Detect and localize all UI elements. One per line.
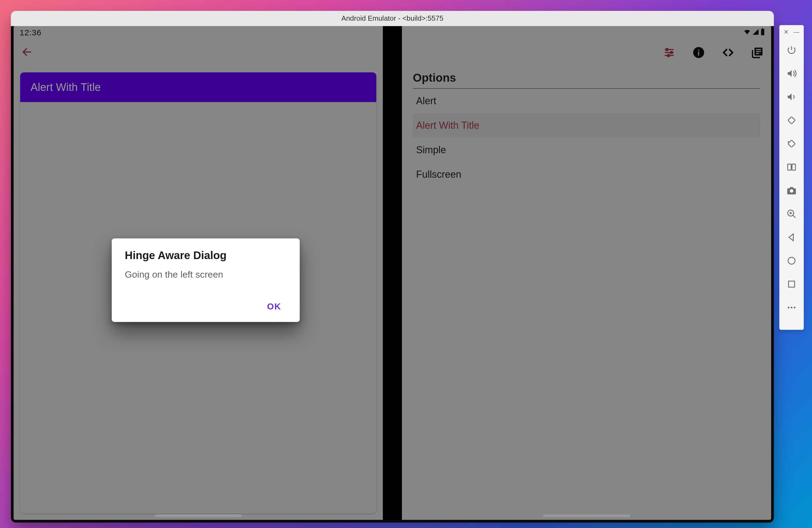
- svg-rect-1: [761, 29, 764, 35]
- volume-down-icon[interactable]: [780, 85, 803, 109]
- camera-icon[interactable]: [780, 179, 803, 202]
- left-card-title: Alert With Title: [30, 81, 101, 93]
- dialog-body: Going on the left screen: [125, 269, 287, 280]
- signal-icon: [752, 28, 759, 37]
- foldable-device: 12:36 Alert With Title: [14, 26, 771, 520]
- svg-rect-10: [698, 51, 699, 56]
- rotate-left-icon[interactable]: [780, 109, 803, 132]
- emulator-minimize-icon[interactable]: —: [794, 29, 799, 36]
- volume-up-icon[interactable]: [780, 62, 803, 85]
- svg-point-29: [791, 307, 792, 308]
- nav-overview-icon[interactable]: [780, 272, 803, 296]
- wifi-icon: [743, 28, 751, 37]
- svg-rect-2: [762, 28, 764, 29]
- emulator-title: Android Emulator - <build>:5575: [342, 14, 443, 22]
- emulator-sidebar: ✕ —: [779, 25, 804, 330]
- option-item[interactable]: Fullscreen: [413, 162, 760, 187]
- library-icon[interactable]: [752, 47, 764, 59]
- options-section: Options AlertAlert With TitleSimpleFulls…: [402, 66, 771, 187]
- info-icon[interactable]: [693, 47, 705, 59]
- svg-marker-25: [789, 234, 794, 241]
- emulator-close-icon[interactable]: ✕: [784, 29, 788, 36]
- svg-rect-13: [756, 49, 761, 50]
- option-item[interactable]: Simple: [413, 138, 760, 162]
- emulator-window: Android Emulator - <build>:5575 12:36: [11, 11, 774, 523]
- svg-rect-14: [756, 51, 761, 52]
- dialog-title: Hinge Aware Dialog: [125, 249, 287, 261]
- left-toolbar: [14, 39, 383, 66]
- svg-point-20: [790, 189, 794, 193]
- nav-handle-left[interactable]: [155, 514, 242, 517]
- svg-point-28: [788, 307, 789, 308]
- svg-line-22: [793, 215, 796, 218]
- dialog-ok-button[interactable]: OK: [262, 299, 287, 314]
- option-item[interactable]: Alert: [413, 89, 760, 113]
- rotate-right-icon[interactable]: [780, 132, 803, 155]
- nav-home-icon[interactable]: [780, 249, 803, 272]
- status-time: 12:36: [20, 28, 41, 37]
- svg-point-26: [788, 257, 795, 264]
- status-bar-right: [402, 26, 771, 39]
- fold-icon[interactable]: [780, 155, 803, 179]
- battery-icon: [760, 28, 765, 37]
- power-icon[interactable]: [780, 39, 803, 62]
- nav-back-icon[interactable]: [780, 226, 803, 249]
- svg-rect-6: [666, 48, 668, 50]
- more-icon[interactable]: [780, 296, 803, 319]
- svg-rect-19: [792, 164, 796, 170]
- svg-rect-18: [788, 164, 791, 170]
- right-toolbar: [402, 39, 771, 66]
- svg-rect-11: [698, 49, 699, 51]
- svg-rect-8: [668, 55, 669, 56]
- left-card-header: Alert With Title: [20, 72, 376, 102]
- emulator-titlebar[interactable]: Android Emulator - <build>:5575: [11, 11, 774, 26]
- alert-dialog: Hinge Aware Dialog Going on the left scr…: [112, 238, 300, 322]
- code-icon[interactable]: [722, 47, 734, 59]
- svg-rect-16: [788, 117, 795, 124]
- svg-rect-27: [788, 281, 795, 287]
- nav-handle-right[interactable]: [543, 514, 630, 517]
- back-arrow-icon[interactable]: [21, 46, 33, 59]
- device-hinge: [383, 26, 402, 520]
- svg-point-30: [794, 307, 795, 308]
- svg-rect-7: [671, 51, 672, 53]
- option-item[interactable]: Alert With Title: [413, 113, 760, 138]
- right-screen: Options AlertAlert With TitleSimpleFulls…: [402, 26, 771, 520]
- status-bar-left: 12:36: [14, 26, 383, 39]
- tune-icon[interactable]: [663, 47, 675, 59]
- zoom-icon[interactable]: [780, 202, 803, 226]
- svg-rect-15: [756, 53, 759, 54]
- options-title: Options: [413, 71, 760, 89]
